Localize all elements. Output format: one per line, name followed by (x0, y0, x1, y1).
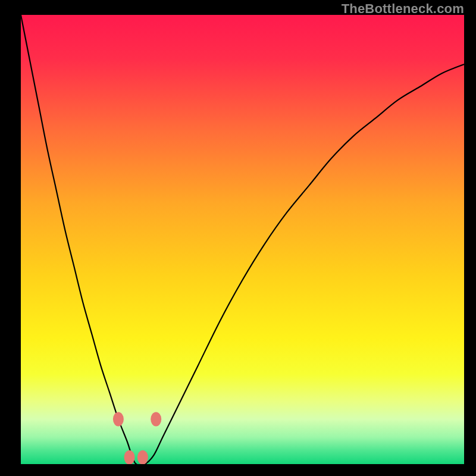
curve-marker (124, 450, 135, 464)
gradient-background (21, 15, 464, 464)
curve-marker (137, 450, 148, 464)
curve-marker (113, 412, 124, 427)
curve-marker (151, 412, 161, 427)
chart-frame: TheBottleneck.com (0, 0, 476, 476)
chart-svg (21, 15, 464, 464)
plot-area (21, 15, 464, 464)
